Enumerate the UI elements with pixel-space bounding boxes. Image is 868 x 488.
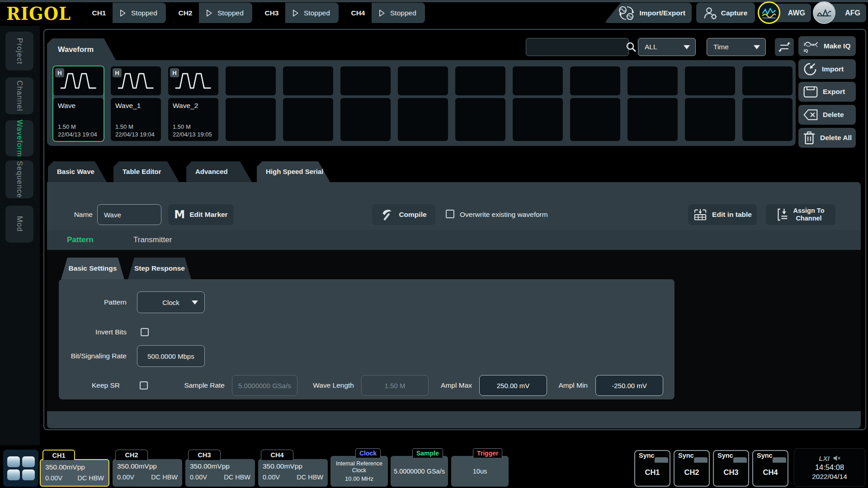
sample-card[interactable]: 5.0000000 GSa/s [391, 456, 448, 487]
bit-rate-input[interactable] [137, 345, 205, 367]
waveform-card-wave1[interactable]: H Wave_1 1.50 M 22/04/13 19:04 [110, 66, 162, 142]
sync-ch1-card[interactable]: Sync CH1 [634, 450, 670, 487]
clock-tab[interactable]: Clock [355, 448, 381, 458]
make-iq-label: Make IQ [824, 42, 850, 50]
waveform-thumbnail: H [168, 66, 218, 95]
sidebar-item-project[interactable]: Project [5, 32, 33, 70]
history-badge: H [55, 68, 64, 77]
sort-order-button[interactable] [775, 38, 794, 56]
clock-card[interactable]: Internal Reference Clock 10.00 MHz [330, 456, 388, 487]
sync-label: Sync [757, 452, 773, 459]
waveform-slot-empty[interactable] [282, 66, 334, 142]
mode-tab-transmitter[interactable]: Transmitter [133, 230, 172, 250]
tab-advanced-label: Advanced [195, 168, 228, 175]
overwrite-checkbox[interactable] [446, 210, 454, 218]
sync-ch3-card[interactable]: Sync CH3 [713, 450, 749, 487]
empty-thumb-cell [455, 66, 505, 95]
empty-thumb-cell [283, 66, 333, 95]
ampl-min-input[interactable] [595, 375, 663, 396]
waveform-name: Wave_2 [173, 102, 214, 110]
sidebar-item-channel[interactable]: Channel [5, 77, 33, 114]
ampl-min-label: Ampl Min [536, 375, 588, 396]
grid-square [22, 456, 35, 467]
edit-marker-button[interactable]: M Edit Marker [168, 204, 234, 225]
import-button[interactable]: Import [798, 59, 856, 79]
compile-button[interactable]: Compile [372, 204, 435, 225]
bottom-ch1-card[interactable]: 350.00mVpp 0.00VDC HBW [40, 459, 109, 487]
waveform-slot-empty[interactable] [627, 66, 679, 142]
bottom-ch1-tab[interactable]: CH1 [42, 450, 75, 460]
search-input[interactable] [526, 43, 625, 51]
sidebar-item-waveform[interactable]: Waveform [5, 120, 33, 156]
awg-mode-icon[interactable] [758, 1, 780, 24]
export-label: Export [823, 88, 845, 96]
ch2-amplitude: 350.00mVpp [117, 462, 178, 470]
waveform-slot-empty[interactable] [397, 66, 449, 142]
history-badge: H [113, 68, 122, 77]
invert-bits-checkbox[interactable] [141, 328, 149, 336]
top-channel-ch3[interactable]: CH3 Stopped [258, 3, 339, 23]
mode-tab-pattern[interactable]: Pattern [67, 230, 94, 250]
import-export-button[interactable]: Import/Export [604, 3, 692, 23]
top-channel-ch4[interactable]: CH4 Stopped [344, 3, 425, 23]
sync-ch4-card[interactable]: Sync CH4 [752, 450, 788, 487]
grid-square [22, 469, 35, 480]
bottom-ch2-tab[interactable]: CH2 [115, 450, 148, 460]
trigger-tab[interactable]: Trigger [473, 448, 502, 458]
sync-label: Sync [678, 452, 694, 459]
wave-length-label: Wave Length [298, 375, 354, 396]
top-channel-ch1[interactable]: CH1 Stopped [85, 3, 166, 23]
afg-mode-icon[interactable] [813, 1, 835, 24]
waveform-slot-empty[interactable] [741, 66, 793, 142]
type-filter-dropdown[interactable]: ALL [638, 38, 696, 56]
tab-step-response[interactable]: Step Response [128, 258, 191, 279]
sync-ch2-card[interactable]: Sync CH2 [674, 450, 710, 487]
bottom-ch3-tab[interactable]: CH3 [188, 450, 221, 460]
waveform-date: 22/04/13 19:05 [173, 131, 214, 138]
waveform-card-wave[interactable]: H Wave 1.50 M 22/04/13 19:04 [52, 66, 104, 142]
edit-in-table-button[interactable]: Edit in table [688, 204, 757, 225]
name-label: Name [54, 204, 93, 225]
assign-icon [777, 208, 788, 221]
delete-all-button[interactable]: Delete All [798, 128, 856, 148]
tab-high-speed-serial[interactable]: High Speed Serial [257, 161, 330, 182]
bottom-ch4-tab[interactable]: CH4 [261, 450, 293, 460]
bottom-ch3-card[interactable]: 350.00mVpp 0.00VDC HBW [185, 459, 255, 487]
tab-basic-settings[interactable]: Basic Settings [61, 258, 124, 279]
pattern-dropdown[interactable]: Clock [137, 291, 205, 313]
top-channel-ch2[interactable]: CH2 Stopped [172, 3, 252, 23]
sidebar-item-sequence[interactable]: Sequence [5, 160, 33, 198]
sync-tab-step [655, 457, 668, 463]
sidebar-item-mod[interactable]: Mod [5, 206, 33, 243]
waveform-library-tab-label: Waveform [58, 45, 94, 53]
home-grid-button[interactable] [3, 450, 38, 487]
sidebar-label-channel: Channel [15, 80, 24, 111]
waveform-slot-empty[interactable] [569, 66, 621, 142]
trigger-card[interactable]: 10us [451, 456, 509, 487]
empty-info-cell [742, 98, 793, 141]
waveform-card-wave2[interactable]: H Wave_2 1.50 M 22/04/13 19:05 [167, 66, 219, 142]
sample-tab[interactable]: Sample [412, 448, 443, 458]
make-iq-button[interactable]: IQ Make IQ [798, 36, 856, 56]
waveform-slot-empty[interactable] [454, 66, 506, 142]
bottom-ch2-card[interactable]: 350.00mVpp 0.00VDC HBW [113, 459, 182, 487]
sync-channel: CH4 [753, 468, 788, 477]
sort-filter-dropdown[interactable]: Time [707, 38, 766, 56]
waveform-slot-empty[interactable] [340, 66, 392, 142]
delete-button[interactable]: Delete [798, 105, 856, 125]
keep-sr-label: Keep SR [75, 375, 120, 396]
tab-basic-wave-label: Basic Wave [57, 168, 94, 175]
waveform-library-tab[interactable]: Waveform [47, 38, 116, 60]
type-filter-value: ALL [645, 43, 657, 51]
waveform-slot-empty[interactable] [225, 66, 277, 142]
name-input[interactable] [97, 204, 161, 225]
waveform-slot-empty[interactable] [684, 66, 736, 142]
waveform-slot-empty[interactable] [512, 66, 564, 142]
keep-sr-checkbox[interactable] [140, 381, 148, 389]
assign-to-channel-button[interactable]: Assign ToChannel [766, 204, 835, 225]
bottom-ch4-card[interactable]: 350.00mVpp 0.00VDC HBW [258, 459, 328, 487]
capture-button[interactable]: Capture [696, 3, 755, 23]
assign-to-channel-label: Assign ToChannel [793, 207, 824, 222]
export-button[interactable]: Export [798, 82, 856, 102]
system-time-panel[interactable]: LXI 14:54:08 2022/04/14 [794, 448, 865, 487]
